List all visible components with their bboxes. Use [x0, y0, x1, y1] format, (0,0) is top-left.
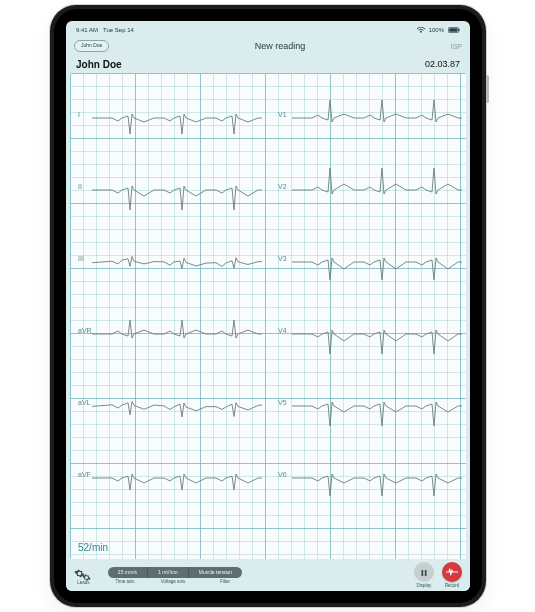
bottom-toolbar: Leads 25 mm/s 1 mV/cm Muscle tension Tim… — [66, 559, 470, 591]
lead-label: V1 — [278, 111, 287, 118]
isp-label: ISP — [451, 43, 462, 50]
patient-header: John Doe 02.03.87 — [66, 55, 470, 73]
status-battery: 100% — [429, 27, 444, 33]
svg-point-0 — [420, 32, 421, 33]
pause-icon — [420, 563, 428, 581]
tablet-frame: 9:41 AM Tue Sep 14 100% — [50, 5, 486, 607]
lead-label: V5 — [278, 399, 287, 406]
svg-rect-5 — [425, 570, 427, 576]
lead-avf: aVF — [74, 443, 266, 513]
lead-label: I — [78, 111, 80, 118]
ecg-trace — [92, 83, 262, 153]
display-label: Display — [417, 583, 432, 588]
app-screen: 9:41 AM Tue Sep 14 100% — [66, 21, 470, 591]
ecg-canvas[interactable]: IIIIIIaVRaVLaVFV1V2V3V4V5V6 52/min — [70, 73, 466, 559]
hardware-side-button — [486, 75, 489, 103]
ecg-trace — [92, 155, 262, 225]
leads-settings-label: Leads — [77, 580, 89, 585]
svg-rect-4 — [422, 570, 424, 576]
time-axis-button[interactable]: 25 mm/s — [108, 567, 147, 578]
status-bar: 9:41 AM Tue Sep 14 100% — [66, 21, 470, 37]
lead-label: aVF — [78, 471, 91, 478]
filter-label: Filter — [195, 579, 255, 584]
patient-name: John Doe — [76, 59, 122, 70]
ecg-trace — [92, 227, 262, 297]
status-time: 9:41 AM — [76, 27, 98, 33]
lead-v1: V1 — [274, 83, 466, 153]
lead-label: V6 — [278, 471, 287, 478]
lead-label: II — [78, 183, 82, 190]
lead-label: aVR — [78, 327, 92, 334]
patient-dob: 02.03.87 — [425, 59, 460, 69]
filter-button[interactable]: Muscle tension — [188, 567, 242, 578]
display-pause-button[interactable]: Display — [414, 562, 434, 588]
time-axis-label: Time axis — [99, 579, 151, 584]
ecg-trace — [292, 299, 462, 369]
svg-rect-2 — [449, 28, 457, 32]
lead-label: V4 — [278, 327, 287, 334]
lead-v6: V6 — [274, 443, 466, 513]
record-label: Record — [445, 583, 460, 588]
settings-segments: 25 mm/s 1 mV/cm Muscle tension — [108, 567, 246, 578]
lead-v5: V5 — [274, 371, 466, 441]
ecg-trace — [92, 371, 262, 441]
lead-iii: III — [74, 227, 266, 297]
record-button[interactable]: Record — [442, 562, 462, 588]
lead-label: III — [78, 255, 84, 262]
heartbeat-icon — [446, 563, 458, 581]
lead-i: I — [74, 83, 266, 153]
lead-v2: V2 — [274, 155, 466, 225]
lead-avr: aVR — [74, 299, 266, 369]
lead-v3: V3 — [274, 227, 466, 297]
ecg-trace — [92, 443, 262, 513]
ecg-trace — [292, 83, 462, 153]
ecg-trace — [292, 443, 462, 513]
heart-rate: 52/min — [78, 542, 108, 553]
voltage-axis-button[interactable]: 1 mV/cm — [147, 567, 188, 578]
lead-v4: V4 — [274, 299, 466, 369]
lead-label: aVL — [78, 399, 90, 406]
svg-rect-3 — [459, 29, 460, 31]
tablet-bezel: 9:41 AM Tue Sep 14 100% — [54, 9, 482, 603]
back-button[interactable]: John Doe — [74, 40, 109, 52]
lead-label: V3 — [278, 255, 287, 262]
battery-icon — [448, 27, 460, 33]
leads-settings-button[interactable]: Leads — [74, 565, 93, 585]
ecg-trace — [292, 371, 462, 441]
ecg-trace — [92, 299, 262, 369]
wifi-icon — [417, 27, 425, 33]
ecg-trace — [292, 155, 462, 225]
lead-ii: II — [74, 155, 266, 225]
lead-label: V2 — [278, 183, 287, 190]
navigation-bar: John Doe New reading ISP — [66, 37, 470, 55]
lead-avl: aVL — [74, 371, 266, 441]
page-title: New reading — [255, 41, 306, 51]
ecg-trace — [292, 227, 462, 297]
status-date: Tue Sep 14 — [103, 27, 134, 33]
gear-icon — [82, 568, 93, 579]
voltage-axis-label: Voltage axis — [151, 579, 195, 584]
